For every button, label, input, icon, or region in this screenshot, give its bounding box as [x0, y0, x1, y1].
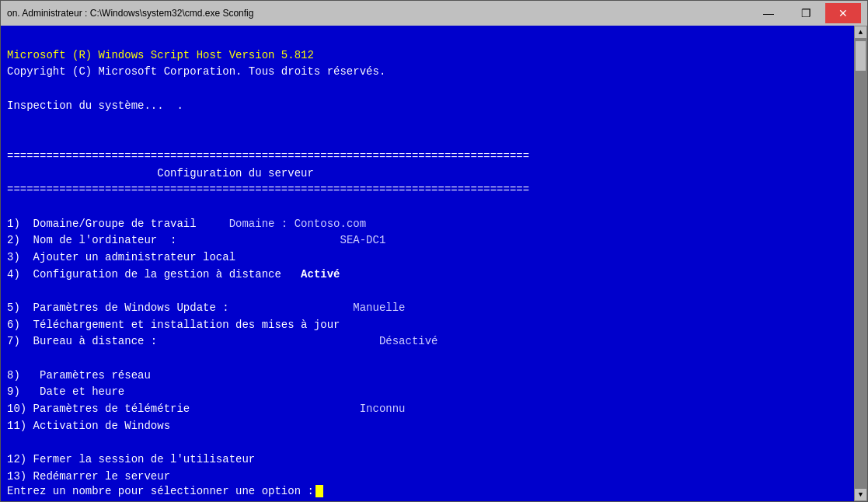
- item9-line: 9) Date et heure: [7, 385, 124, 398]
- scrollbar[interactable]: ▲ ▼: [854, 26, 867, 501]
- separator1: ========================================…: [7, 150, 529, 162]
- item10-line: 10) Paramètres de télémétrie Inconnu: [7, 403, 406, 415]
- item6-line: 6) Téléchargement et installation des mi…: [7, 319, 340, 331]
- close-button[interactable]: ✕: [825, 3, 861, 23]
- restore-button[interactable]: ❐: [788, 3, 824, 23]
- minimize-button[interactable]: —: [751, 3, 786, 23]
- header-line: Configuration du serveur: [7, 167, 314, 180]
- item12-line: 12) Fermer la session de l'utilisateur: [7, 453, 255, 465]
- window-controls: — ❐ ✕: [751, 3, 861, 23]
- window-title: on. Administrateur : C:\Windows\system32…: [7, 8, 253, 19]
- input-prompt-line[interactable]: Entrez un nombre pour sélectionner une o…: [1, 481, 854, 501]
- console-output[interactable]: Microsoft (R) Windows Script Host Versio…: [1, 26, 854, 501]
- item3-line: 3) Ajouter un administrateur local: [7, 251, 235, 263]
- window: on. Administrateur : C:\Windows\system32…: [0, 0, 868, 502]
- titlebar: on. Administrateur : C:\Windows\system32…: [1, 1, 867, 26]
- cursor: [315, 485, 323, 497]
- item7-line: 7) Bureau à distance : Désactivé: [7, 335, 438, 347]
- prompt-text: Entrez un nombre pour sélectionner une o…: [7, 485, 314, 497]
- item2-line: 2) Nom de l'ordinateur : SEA-DC1: [7, 234, 385, 246]
- item1-line: 1) Domaine/Groupe de travail Domaine : C…: [7, 218, 366, 230]
- scrollbar-track[interactable]: [854, 39, 867, 488]
- item4-line: 4) Configuration de la gestion à distanc…: [7, 268, 340, 281]
- copyright-line: Copyright (C) Microsoft Corporation. Tou…: [7, 65, 385, 78]
- console-wrapper: Microsoft (R) Windows Script Host Versio…: [1, 26, 867, 501]
- item8-line: 8) Paramètres réseau: [7, 369, 151, 382]
- scrollbar-thumb[interactable]: [855, 40, 866, 71]
- title-line: Microsoft (R) Windows Script Host Versio…: [7, 49, 314, 61]
- inspection-line: Inspection du système... .: [7, 99, 183, 112]
- item5-line: 5) Paramètres de Windows Update : Manuel…: [7, 302, 406, 314]
- scroll-down-button[interactable]: ▼: [854, 488, 867, 501]
- separator2: ========================================…: [7, 183, 529, 196]
- item11-line: 11) Activation de Windows: [7, 420, 170, 432]
- scroll-up-button[interactable]: ▲: [854, 26, 867, 39]
